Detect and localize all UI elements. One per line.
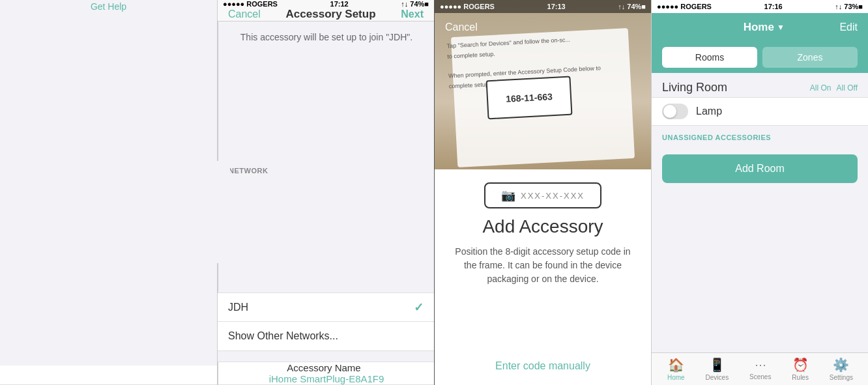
carrier-3: ●●●●● ROGERS — [440, 3, 495, 10]
panel-accessory-setup: ●●●●● ROGERS 17:12 ↑↓ 74%■ Cancel Access… — [217, 0, 434, 385]
rooms-zones-tabs: Rooms Zones — [652, 42, 868, 73]
room-actions: All On All Off — [810, 83, 858, 93]
all-on-button[interactable]: All On — [810, 83, 832, 93]
panel3-nav: Cancel — [435, 13, 651, 42]
nav-cancel-button[interactable]: Cancel — [228, 8, 261, 20]
rules-icon: ⏰ — [792, 357, 809, 373]
settings-tab-label: Settings — [830, 374, 853, 381]
panel4-nav: Home ▼ Edit — [652, 13, 868, 42]
network-item-other[interactable]: Show Other Networks... — [218, 322, 434, 350]
room-name: Living Room — [662, 81, 727, 94]
dropdown-icon: ▼ — [777, 23, 785, 32]
nav-bar-2: Cancel Accessory Setup Next — [218, 8, 434, 21]
join-text: This accessory will be set up to join "J… — [218, 21, 435, 162]
status-bar-4: ●●●●● ROGERS 17:16 ↑↓ 73%■ — [652, 0, 868, 13]
panel-home: ●●●●● ROGERS 17:16 ↑↓ 73%■ Home ▼ Edit R… — [651, 0, 868, 385]
tab-devices[interactable]: 📱 Devices — [706, 357, 729, 381]
signal-3: ↑↓ 74%■ — [618, 3, 646, 10]
barcode-number: 168-11-663 — [506, 91, 553, 104]
enter-code-link[interactable]: Enter code manually — [495, 360, 590, 372]
scanner-placeholder: XXX-XX-XXX — [521, 191, 585, 201]
bottom-tab-bar: 🏠 Home 📱 Devices ⋯ Scenes ⏰ Rules ⚙️ Set… — [652, 352, 868, 385]
accessory-name-row: Accessory Name iHome SmartPlug-E8A1F9 — [218, 362, 435, 385]
camera-icon: 📷 — [501, 188, 515, 203]
scenes-icon: ⋯ — [755, 358, 766, 372]
tab-rules[interactable]: ⏰ Rules — [792, 357, 809, 381]
add-accessory-title: Add Accessory — [482, 216, 603, 237]
devices-tab-label: Devices — [706, 374, 729, 381]
nav-title-2: Accessory Setup — [286, 8, 376, 21]
network-name-other: Show Other Networks... — [228, 330, 338, 342]
network-item-jdh[interactable]: JDH ✓ — [218, 293, 434, 322]
lamp-toggle[interactable] — [662, 104, 688, 119]
carrier-2: ●●●●● ROGERS — [223, 0, 278, 8]
edit-button[interactable]: Edit — [839, 21, 858, 33]
home-tab-label: Home — [667, 374, 685, 381]
scenes-tab-label: Scenes — [749, 373, 771, 380]
tab-settings[interactable]: ⚙️ Settings — [830, 357, 853, 381]
add-accessory-overlay: 📷 XXX-XX-XXX Add Accessory Position the … — [435, 169, 651, 385]
accessory-name-label: Accessory Name — [287, 362, 360, 373]
rules-tab-label: Rules — [792, 374, 809, 381]
network-list: JDH ✓ Show Other Networks... — [218, 292, 434, 351]
time-3: 17:13 — [547, 3, 566, 10]
signal-2: ↑↓ 74%■ — [401, 0, 429, 8]
nav-next-button[interactable]: Next — [401, 8, 424, 20]
get-help-link[interactable]: Get Help — [91, 1, 126, 12]
time-2: 17:12 — [330, 0, 349, 8]
panel-add-accessory: ●●●●● ROGERS 17:13 ↑↓ 74%■ Cancel Tap "S… — [434, 0, 651, 385]
tab-zones[interactable]: Zones — [762, 47, 858, 68]
network-label: NETWORK — [218, 162, 435, 292]
add-room-button[interactable]: Add Room — [662, 154, 858, 183]
home-icon: 🏠 — [668, 357, 684, 373]
lamp-item[interactable]: Lamp — [652, 97, 868, 126]
home-title-text: Home — [744, 21, 774, 34]
lamp-name: Lamp — [696, 106, 722, 117]
room-section: Living Room All On All Off — [652, 73, 868, 97]
help-section: Don't see your device? Get Help — [0, 0, 217, 365]
tab-rooms[interactable]: Rooms — [662, 47, 757, 68]
settings-icon: ⚙️ — [833, 357, 849, 373]
scanner-box: 📷 XXX-XX-XXX — [484, 182, 601, 208]
network-check-icon: ✓ — [414, 300, 424, 315]
tab-scenes[interactable]: ⋯ Scenes — [749, 358, 771, 380]
all-off-button[interactable]: All Off — [837, 83, 858, 93]
accessory-name-value: iHome SmartPlug-E8A1F9 — [269, 373, 384, 384]
devices-icon: 📱 — [709, 357, 725, 373]
network-name-jdh: JDH — [228, 302, 248, 313]
tab-home[interactable]: 🏠 Home — [667, 357, 685, 381]
panel-device-found: ●●●●● ROGERS 17:13 ↑↓ 74%■ One device fo… — [0, 0, 217, 385]
signal-4: ↑↓ 73%■ — [835, 3, 863, 10]
home-nav-title[interactable]: Home ▼ — [744, 21, 785, 34]
panel3-cancel-button[interactable]: Cancel — [445, 21, 478, 33]
add-accessory-description: Position the 8-digit accessory setup cod… — [435, 245, 651, 286]
status-bar-2: ●●●●● ROGERS 17:12 ↑↓ 74%■ — [218, 0, 434, 8]
barcode-display: 168-11-663 — [486, 76, 573, 120]
unassigned-accessories-label: UNASSIGNED ACCESSORIES — [652, 126, 868, 144]
time-4: 17:16 — [764, 3, 783, 10]
carrier-4: ●●●●● ROGERS — [657, 3, 712, 10]
status-bar-3: ●●●●● ROGERS 17:13 ↑↓ 74%■ — [435, 0, 651, 13]
